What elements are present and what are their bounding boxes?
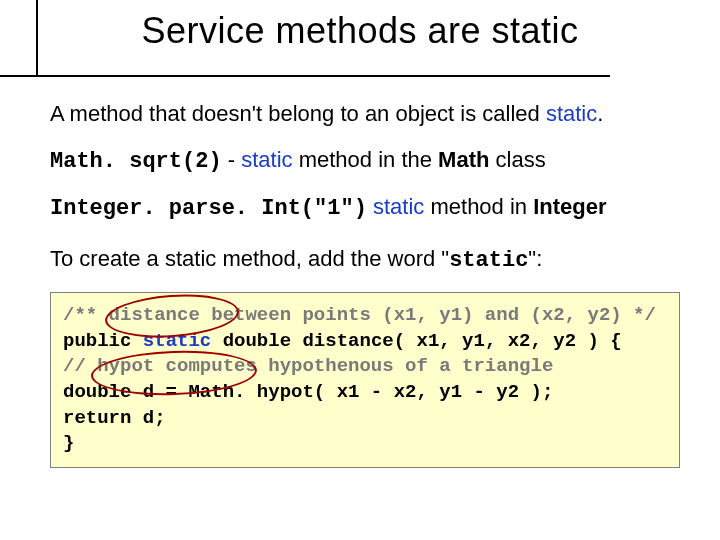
howto-suffix: ": (528, 246, 542, 271)
example-1-code: Math. sqrt(2) (50, 149, 222, 174)
howto-line: To create a static method, add the word … (50, 245, 680, 275)
example-2-static: static (373, 194, 424, 219)
code-line-4: double d = Math. hypot( x1 - x2, y1 - y2… (63, 381, 553, 403)
slide: Service methods are static A method that… (0, 0, 720, 540)
code-line-2a: public (63, 330, 143, 352)
example-2-code: Integer. parse. Int("1") (50, 196, 367, 221)
code-line-5: return d; (63, 407, 166, 429)
example-1-static: static (241, 147, 292, 172)
slide-body: A method that doesn't belong to an objec… (50, 100, 680, 468)
intro-keyword: static (546, 101, 597, 126)
code-line-2-static: static (143, 330, 211, 352)
title-wrap: Service methods are static (0, 10, 720, 52)
code-line-1: /** distance between points (x1, y1) and… (63, 304, 656, 326)
code-line-3: // hypot computes hypothenous of a trian… (63, 355, 553, 377)
code-box: /** distance between points (x1, y1) and… (50, 292, 680, 468)
slide-title: Service methods are static (141, 10, 578, 51)
title-rule-horizontal (0, 75, 610, 77)
intro-suffix: . (597, 101, 603, 126)
howto-keyword: static (449, 248, 528, 273)
example-2-mid: method in (424, 194, 533, 219)
code-line-2c: double distance( x1, y1, x2, y2 ) { (211, 330, 621, 352)
intro-line: A method that doesn't belong to an objec… (50, 100, 680, 128)
example-1: Math. sqrt(2) - static method in the Mat… (50, 146, 680, 176)
example-1-sep: - (222, 147, 242, 172)
code-line-6: } (63, 432, 74, 454)
example-1-tail: class (489, 147, 545, 172)
example-1-class: Math (438, 147, 489, 172)
howto-prefix: To create a static method, add the word … (50, 246, 449, 271)
example-2: Integer. parse. Int("1") static method i… (50, 193, 680, 223)
intro-prefix: A method that doesn't belong to an objec… (50, 101, 546, 126)
example-1-mid: method in the (293, 147, 439, 172)
example-2-class: Integer (533, 194, 606, 219)
